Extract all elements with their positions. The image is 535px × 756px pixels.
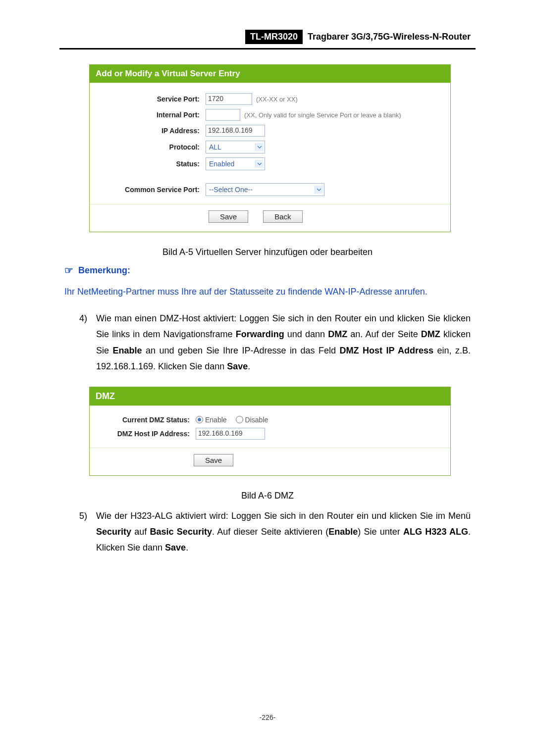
- note-heading: ☞ Bemerkung:: [64, 264, 476, 276]
- chevron-down-icon: [255, 143, 264, 151]
- label-csp: Common Service Port:: [96, 186, 206, 194]
- save-button[interactable]: Save: [194, 454, 233, 466]
- note-body: Ihr NetMeeting-Partner muss Ihre auf der…: [64, 285, 471, 299]
- back-button[interactable]: Back: [263, 210, 302, 223]
- row-protocol: Protocol: ALL: [90, 139, 450, 155]
- row-dmz-ip: DMZ Host IP Address: 192.168.0.169: [90, 426, 450, 442]
- figure-caption-a5: Bild A-5 Virtuellen Server hinzufügen od…: [59, 247, 476, 257]
- dmz-panel: DMZ Current DMZ Status: Enable Disable: [89, 387, 451, 476]
- row-common-service-port: Common Service Port: --Select One--: [90, 181, 450, 198]
- page-number: -226-: [0, 713, 535, 721]
- model-badge: TL-MR3020: [245, 30, 303, 44]
- label-status: Status:: [96, 160, 206, 168]
- radio-disable-label: Disable: [245, 416, 268, 424]
- radio-checked-icon: [196, 416, 203, 423]
- radio-enable-label: Enable: [205, 416, 227, 424]
- row-dmz-status: Current DMZ Status: Enable Disable: [90, 414, 450, 426]
- row-internal-port: Internal Port: (XX, Only valid for singl…: [90, 107, 450, 123]
- list-text: Wie man einen DMZ-Host aktiviert: Loggen…: [96, 310, 471, 375]
- label-dmz-status: Current DMZ Status:: [96, 416, 196, 424]
- label-ip-address: IP Address:: [96, 127, 206, 135]
- list-number: 5): [79, 508, 96, 556]
- row-service-port: Service Port: 1720 (XX-XX or XX): [90, 91, 450, 107]
- radio-unchecked-icon: [236, 416, 243, 423]
- figure-caption-a6: Bild A-6 DMZ: [59, 491, 476, 501]
- list-item-4: 4) Wie man einen DMZ-Host aktiviert: Log…: [79, 310, 471, 375]
- label-protocol: Protocol:: [96, 143, 206, 151]
- chevron-down-icon: [255, 160, 264, 168]
- radio-disable[interactable]: Disable: [236, 416, 268, 424]
- csp-value: --Select One--: [209, 186, 253, 194]
- csp-select[interactable]: --Select One--: [206, 183, 324, 196]
- note-heading-text: Bemerkung:: [78, 265, 130, 276]
- service-port-hint: (XX-XX or XX): [256, 96, 298, 103]
- chevron-down-icon: [315, 186, 323, 194]
- service-port-input[interactable]: 1720: [206, 93, 252, 105]
- panel-title: DMZ: [90, 387, 450, 405]
- row-ip-address: IP Address: 192.168.0.169: [90, 123, 450, 139]
- protocol-value: ALL: [209, 143, 221, 151]
- list-item-5: 5) Wie der H323-ALG aktiviert wird: Logg…: [79, 508, 471, 556]
- pointer-icon: ☞: [64, 264, 73, 276]
- internal-port-hint: (XX, Only valid for single Service Port …: [244, 111, 401, 119]
- header-rule: [59, 48, 476, 50]
- document-page: TL-MR3020 Tragbarer 3G/3,75G-Wireless-N-…: [0, 0, 535, 756]
- page-header: TL-MR3020 Tragbarer 3G/3,75G-Wireless-N-…: [59, 30, 476, 44]
- radio-enable[interactable]: Enable: [196, 416, 227, 424]
- panel-title: Add or Modify a Virtual Server Entry: [90, 65, 450, 83]
- button-row: Save: [90, 448, 450, 475]
- internal-port-input[interactable]: [206, 109, 240, 121]
- dmz-ip-input[interactable]: 192.168.0.169: [196, 428, 265, 440]
- protocol-select[interactable]: ALL: [206, 141, 265, 153]
- status-select[interactable]: Enabled: [206, 157, 265, 170]
- label-internal-port: Internal Port:: [96, 111, 206, 119]
- label-dmz-ip: DMZ Host IP Address:: [96, 430, 196, 438]
- save-button[interactable]: Save: [209, 210, 248, 223]
- button-row: Save Back: [90, 204, 450, 232]
- list-text: Wie der H323-ALG aktiviert wird: Loggen …: [96, 508, 471, 556]
- virtual-server-panel: Add or Modify a Virtual Server Entry Ser…: [89, 64, 451, 232]
- product-tagline: Tragbarer 3G/3,75G-Wireless-N-Router: [303, 30, 476, 44]
- ip-address-input[interactable]: 192.168.0.169: [206, 125, 265, 137]
- list-number: 4): [79, 310, 96, 375]
- status-value: Enabled: [209, 160, 234, 168]
- row-status: Status: Enabled: [90, 155, 450, 172]
- label-service-port: Service Port:: [96, 95, 206, 103]
